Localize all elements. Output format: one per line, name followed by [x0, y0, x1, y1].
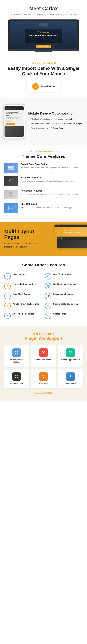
easy-updates-text: Easy Updates	[12, 273, 26, 276]
svg-rect-13	[17, 351, 18, 352]
phone-frame: CARLAX We practice innovative methods of…	[3, 104, 26, 139]
plugins-label: FREE & COMPATIBLE	[4, 333, 83, 335]
feature-item-parallax: ⧉ Parallax Effect Backgrounds	[4, 303, 42, 309]
svg-rect-1	[11, 166, 14, 168]
essential-grid-label: Essential Grid	[6, 382, 27, 385]
feature-item-mega-menu: ☰ Mega Menu Support	[4, 293, 42, 299]
shortcodes-icon: ⊞	[45, 273, 52, 280]
parallax-label: Parallax Effect Backgrounds	[12, 303, 39, 305]
fonts-label: Google Fonts	[53, 312, 66, 315]
multi-text: Multi Layout Pages We create Several Uni…	[4, 229, 41, 248]
preview-card-header-2	[57, 237, 87, 240]
plugin-booked: Booked Appointments	[58, 345, 83, 367]
feature-row-3: No Coding Required No need to be a profe…	[4, 190, 83, 200]
dot-1	[56, 226, 56, 226]
parallax-icon: ⧉	[4, 303, 11, 309]
laptop-frame: ● CARLAX Professional Auto Repair & Main…	[8, 20, 79, 49]
wpbakery-label: WPBakery Page Builder	[6, 358, 27, 363]
map-label: Customizable Google Map	[53, 303, 78, 305]
plugins-section: FREE & COMPATIBLE Plugin We Support WPBa…	[0, 326, 87, 401]
cf7-icon: 7	[66, 372, 75, 381]
plugin-contact-form-7: 7 Contact Form 7	[58, 369, 83, 388]
svg-rect-23	[70, 353, 71, 354]
cf7-label: Contact Form 7	[60, 382, 80, 385]
multilang-label: Multi Language Support	[53, 283, 76, 286]
core-section: FOR TAXI WEBSITE CREATION Theme Core Fea…	[0, 145, 87, 222]
dot-4	[58, 238, 59, 239]
multilang-text: Multi Language Support	[53, 283, 76, 286]
svg-rect-14	[15, 353, 16, 354]
plugin-wpbakery: WPBakery Page Builder	[4, 345, 29, 367]
feature-item-map: 🗺 Customizable Google Map	[45, 303, 83, 309]
feature-name-2: Easy to Customize	[20, 176, 74, 179]
laptop-base	[8, 49, 79, 51]
admin-label: Powerful Admin Interface	[12, 283, 36, 286]
sticky-label: Sticky Menu Included	[53, 293, 73, 295]
feature-desc-1: WPBakery Page Builder offers amazing too…	[20, 166, 78, 169]
features-grid: ↻ Easy Updates ⊞ Lots of Shortcodes ⚙ Po…	[4, 273, 83, 319]
mailchimp-label: MailChimp	[34, 382, 54, 385]
check-icon-3: ✓	[28, 127, 30, 130]
feature-desc-2: Awesome easy-to-use options will adjust …	[20, 180, 74, 182]
map-icon: 🗺	[45, 303, 52, 309]
multilang-icon: 🌐	[45, 283, 52, 290]
hero-section: Meet Carlax An Awesome User-Friendly Com…	[0, 0, 87, 56]
revolution-label: Revolution Slider	[34, 358, 54, 361]
booked-icon	[66, 348, 75, 357]
icons-icon: ★	[4, 312, 11, 319]
svg-rect-8	[8, 206, 14, 210]
svg-rect-26	[15, 377, 16, 378]
more-plugins-link[interactable]: and many other plugins	[4, 392, 83, 394]
install-icon: ⚡	[32, 83, 39, 90]
mobile-feature-1: ✓ Absolutely all scrollable sections sup…	[28, 118, 84, 121]
mobile-feature-text-2: The theme uses Mobile-Friendly sliders: …	[31, 122, 82, 125]
phone-cta: READ ABOUT US	[6, 123, 15, 125]
wpbakery-icon	[12, 348, 21, 357]
easy-updates-icon: ↻	[4, 273, 11, 280]
feature-thumb-easy	[4, 176, 18, 186]
dot-2	[57, 226, 58, 226]
svg-rect-12	[15, 351, 16, 352]
feature-item-icons: ★ Awesome Fontello Icons	[4, 312, 42, 319]
essential-grid-icon	[12, 372, 21, 381]
svg-point-17	[43, 352, 44, 353]
svg-rect-15	[17, 353, 18, 354]
phone-logo: CARLAX	[6, 108, 10, 109]
phone-header: CARLAX	[4, 106, 24, 110]
screen-subtitle: Auto Repair & Maintenance	[29, 34, 58, 37]
feature-name-4: SEO Optimized	[20, 203, 78, 205]
mega-menu-label: Mega Menu Support	[12, 293, 31, 295]
svg-rect-24	[15, 375, 16, 376]
shortcodes-label: Lots of Shortcodes	[53, 273, 71, 276]
mega-menu-text: Mega Menu Support	[12, 293, 31, 295]
mobile-feature-text-3: Fully Responsive layout & Retina Ready	[31, 127, 64, 130]
screen-title: Professional	[29, 31, 58, 33]
plugin-mailchimp: MailChimp	[31, 369, 56, 388]
import-section: ONE CLICK INSTALLATION Easily Import Dem…	[0, 56, 87, 98]
mobile-feature-text-1: Absolutely all scrollable sections suppo…	[31, 118, 75, 120]
dot-3	[58, 226, 59, 226]
installation-box[interactable]: ⚡ Installation	[26, 81, 60, 92]
svg-point-29	[43, 376, 43, 376]
feature-desc-4: HTML code integrated into the theme meet…	[20, 206, 78, 209]
feature-item-easy-updates: ↻ Easy Updates	[4, 273, 42, 280]
parallax-text: Parallax Effect Backgrounds	[12, 303, 39, 305]
admin-icon: ⚙	[4, 283, 11, 290]
feature-row-2: Easy to Customize Awesome easy-to-use op…	[4, 176, 83, 186]
map-text: Customizable Google Map	[53, 303, 78, 305]
mobile-text: Mobile Device Optomozation ✓ Absolutely …	[28, 112, 84, 132]
feature-thumb-seo	[4, 203, 18, 213]
mega-menu-icon: ☰	[4, 293, 11, 299]
dot-5	[60, 238, 60, 239]
svg-rect-2	[8, 168, 14, 170]
shortcodes-text: Lots of Shortcodes	[53, 273, 71, 276]
fonts-text: Google Fonts	[53, 312, 66, 315]
multi-desc: We create Several Unique Demos with Diff…	[4, 242, 41, 248]
phone-screen: CARLAX We practice innovative methods of…	[4, 106, 24, 137]
feature-item-multilang: 🌐 Multi Language Support	[45, 283, 83, 290]
core-title: Theme Core Features	[4, 154, 83, 159]
preview-card-2: Triaz Theme	[57, 237, 87, 248]
feature-thumb-drag	[4, 163, 18, 173]
feature-info-1: Drag & Drop Page Builder WPBakery Page B…	[20, 163, 78, 169]
import-label: ONE CLICK INSTALLATION	[4, 62, 83, 64]
